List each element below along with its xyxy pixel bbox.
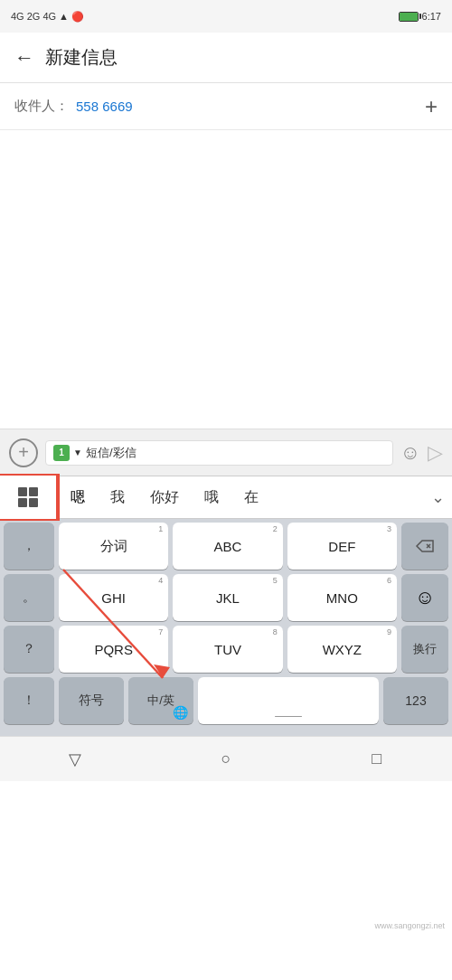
suggestion-word-1[interactable]: 嗯 — [65, 485, 90, 511]
key-num-6: 6 — [387, 577, 391, 585]
recipient-number[interactable]: 558 6669 — [76, 99, 425, 114]
suggestion-word-5[interactable]: 在 — [239, 485, 264, 511]
key-num-4: 4 — [158, 577, 163, 585]
key-3-def[interactable]: 3 DEF — [287, 523, 397, 570]
key-6-mno[interactable]: 6 MNO — [287, 574, 397, 621]
key-num-5: 5 — [273, 577, 278, 585]
grid-mode-button[interactable] — [0, 476, 58, 519]
wifi-icon: ▲ — [59, 11, 69, 22]
punct-question-key[interactable]: ？ — [4, 626, 54, 673]
key-4-ghi[interactable]: 4 GHI — [59, 574, 168, 621]
sim-badge: 1 — [53, 445, 70, 461]
suggestion-word-3[interactable]: 你好 — [145, 485, 184, 511]
key-row-1: ， 。 ？ ！ 1 分词 — [4, 523, 448, 724]
key-8-tuv[interactable]: 8 TUV — [173, 626, 282, 673]
enter-label: 换行 — [413, 641, 437, 657]
emoji-right-button[interactable]: ☺ — [401, 574, 448, 621]
header: ← 新建信息 — [0, 33, 452, 83]
attachment-button[interactable]: + — [9, 438, 38, 467]
grid-cell-1 — [18, 487, 27, 496]
space-underline — [275, 716, 302, 718]
sim-label: 短信/彩信 — [86, 445, 137, 461]
grid-cell-3 — [18, 498, 27, 507]
suggestions-list: 嗯 我 你好 哦 在 — [58, 485, 431, 511]
key-label-pqrs: PQRS — [94, 642, 133, 657]
key-label-def: DEF — [328, 539, 355, 554]
grid-icon — [18, 487, 38, 507]
lang-button[interactable]: 中/英 🌐 — [128, 677, 193, 724]
grid-cell-4 — [29, 498, 38, 507]
grid-cell-2 — [29, 487, 38, 496]
nav-recent-button[interactable]: □ — [350, 741, 404, 777]
key-label-abc: ABC — [214, 539, 242, 554]
key-9-wxyz[interactable]: 9 WXYZ — [287, 626, 397, 673]
key-label-wxyz: WXYZ — [323, 642, 362, 657]
key-num-9: 9 — [387, 628, 391, 636]
key-2-abc[interactable]: 2 ABC — [173, 523, 282, 570]
message-area[interactable] — [0, 130, 452, 429]
backspace-button[interactable] — [401, 523, 448, 570]
input-toolbar: + 1 ▼ 短信/彩信 ☺ ▷ — [0, 429, 452, 476]
globe-icon: 🌐 — [173, 705, 188, 720]
symbol-label: 符号 — [79, 693, 104, 709]
punct-comma[interactable]: ， — [23, 537, 35, 555]
sim-selector[interactable]: 1 ▼ 短信/彩信 — [45, 440, 393, 466]
punct-period[interactable]: 。 — [23, 589, 35, 607]
punct-exclaim[interactable]: ！ — [23, 692, 35, 710]
status-right: 6:17 — [399, 11, 441, 22]
status-bar: 4G 2G 4G ▲ 🔴 6:17 — [0, 0, 452, 33]
sim-dropdown-icon: ▼ — [73, 448, 82, 457]
send-button[interactable]: ▷ — [428, 441, 443, 465]
punct-column[interactable]: ， — [4, 523, 54, 570]
nav-back-button[interactable]: ▽ — [48, 741, 102, 777]
punct-question[interactable]: ？ — [23, 640, 35, 658]
nav-home-button[interactable]: ○ — [199, 741, 253, 777]
notification-icon: 🔴 — [71, 11, 84, 23]
enter-button[interactable]: 换行 — [401, 626, 448, 673]
emoji-button[interactable]: ☺ — [400, 441, 420, 465]
key-num-7: 7 — [158, 628, 163, 636]
key-7-pqrs[interactable]: 7 PQRS — [59, 626, 168, 673]
key-label-jkl: JKL — [216, 590, 240, 606]
lang-label: 中/英 — [147, 693, 174, 709]
backspace-icon — [415, 539, 435, 553]
recipient-row: 收件人： 558 6669 + — [0, 83, 452, 130]
suggestion-word-2[interactable]: 我 — [105, 485, 130, 511]
key-1-fenci[interactable]: 1 分词 — [59, 523, 168, 570]
suggestion-row: 嗯 我 你好 哦 在 ⌄ — [0, 476, 452, 519]
key-num-2: 2 — [273, 525, 278, 533]
num-mode-label: 123 — [405, 693, 426, 708]
battery-icon — [399, 12, 419, 22]
num-mode-button[interactable]: 123 — [383, 677, 448, 724]
recipient-label: 收件人： — [14, 98, 69, 115]
status-signals: 4G 2G 4G ▲ 🔴 — [11, 11, 84, 23]
signal-2g: 2G 4G — [27, 11, 56, 22]
key-num-1: 1 — [158, 525, 163, 533]
back-button[interactable]: ← — [14, 46, 34, 70]
add-recipient-button[interactable]: + — [425, 94, 438, 119]
key-label-fenci: 分词 — [100, 538, 127, 555]
page-title: 新建信息 — [45, 45, 118, 70]
watermark: www.sangongzi.net — [374, 921, 445, 930]
key-label-tuv: TUV — [214, 642, 241, 657]
keys-container: ， 。 ？ ！ 1 分词 — [0, 519, 452, 724]
key-label-ghi: GHI — [101, 590, 126, 606]
key-num-8: 8 — [273, 628, 278, 636]
signal-4g: 4G — [11, 11, 24, 22]
status-time: 6:17 — [422, 11, 441, 22]
punct-period-key[interactable]: 。 — [4, 574, 54, 621]
expand-suggestions-button[interactable]: ⌄ — [431, 487, 445, 507]
key-label-mno: MNO — [326, 590, 358, 606]
symbol-button[interactable]: 符号 — [59, 677, 124, 724]
key-5-jkl[interactable]: 5 JKL — [173, 574, 282, 621]
suggestion-word-4[interactable]: 哦 — [199, 485, 224, 511]
key-num-3: 3 — [387, 525, 391, 533]
nav-bar: ▽ ○ □ — [0, 736, 452, 781]
space-button[interactable] — [198, 677, 379, 724]
keyboard-area: 嗯 我 你好 哦 在 ⌄ ， 。 ？ ！ — [0, 476, 452, 736]
punct-exclaim-key[interactable]: ！ — [4, 677, 54, 724]
